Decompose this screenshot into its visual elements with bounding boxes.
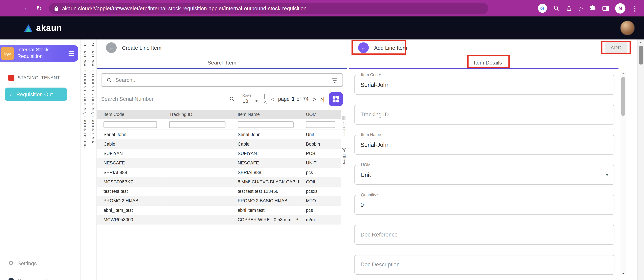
item-search-box[interactable] <box>101 73 343 87</box>
browser-back-button[interactable]: ← <box>6 5 15 12</box>
extensions-puzzle-icon[interactable] <box>590 5 596 12</box>
table-row[interactable]: test test test test test test 123456 pcs… <box>97 186 341 196</box>
field-placeholder: Doc Description <box>355 255 614 274</box>
sidebar-item-requisition-out[interactable]: › Requisition Out <box>5 88 67 101</box>
list-controls-row: Rows 10 ▾ |< < page 1 of 74 > <box>101 92 343 107</box>
tab-indicator <box>349 68 618 69</box>
table-row[interactable]: MCSC006BKZ 6 MM² CU/PVC BLACK CABLE 1...… <box>97 177 341 186</box>
doc-reference-field[interactable]: Doc Reference <box>354 225 614 245</box>
table-row[interactable]: SUFIYAN SUFIYAN PCS <box>97 148 341 158</box>
vertical-tab-label: INTERNAL OUTBOUND STOCK REQUISITION LIST… <box>83 50 86 148</box>
applet-button[interactable]: logo Internal Stock Requisition <box>0 45 78 62</box>
table-row[interactable]: MCWR053000 COPPER WIRE - 0.53 mm - Pro..… <box>97 215 341 224</box>
browser-reload-button[interactable]: ↻ <box>34 4 44 12</box>
item-search-input[interactable] <box>116 77 329 83</box>
vertical-tab-create[interactable]: 2 INTERNAL OUTBOUND STOCK REQUISITION CR… <box>89 40 97 280</box>
page-scrollbar-up-arrow[interactable]: ▲ <box>638 40 644 44</box>
table-row[interactable]: abhi_item_test abhi item test pcs <box>97 205 341 215</box>
cell-tracking-id <box>163 215 231 224</box>
vertical-tab-listing[interactable]: 1 INTERNAL OUTBOUND STOCK REQUISITION LI… <box>80 40 89 280</box>
panel-scrollbar[interactable]: ▲ ▼ <box>620 72 626 275</box>
page-scrollbar-thumb[interactable] <box>639 46 643 65</box>
table-filter-row <box>97 119 341 130</box>
cell-uom: pcs <box>300 167 341 177</box>
filters-toggle[interactable]: Filters <box>342 148 346 164</box>
prev-page-button[interactable]: < <box>271 96 274 102</box>
last-page-button[interactable]: >| <box>320 96 324 102</box>
caret-down-icon[interactable]: ▾ <box>606 165 608 184</box>
quantity-field[interactable]: Quantity* 0 <box>354 195 614 215</box>
table-row[interactable]: SERIAL888 SERIAL888 pcs <box>97 167 341 177</box>
first-page-button[interactable]: |< <box>264 93 266 105</box>
sidebar-item-settings[interactable]: ⚙ Settings <box>8 259 37 267</box>
browser-forward-button[interactable]: → <box>20 5 29 12</box>
column-header-item-name[interactable]: Item Name <box>231 110 299 119</box>
address-bar[interactable]: akaun.cloud/#/applet/tnt/wavelet/erp/int… <box>49 3 488 14</box>
column-filter-input-tracking-id[interactable] <box>169 121 225 128</box>
field-value: Unit <box>355 165 614 184</box>
cell-uom: Bobbin <box>300 139 341 148</box>
field-value: 0 <box>355 195 614 214</box>
cell-uom: COIL <box>300 177 341 186</box>
of-label: of <box>296 96 301 102</box>
doc-description-field[interactable]: Doc Description <box>354 255 614 275</box>
item-details-form: Item Code* Serial-John Tracking ID Item … <box>349 69 614 275</box>
column-filter-input-uom[interactable] <box>306 121 335 128</box>
google-icon[interactable]: G <box>538 4 547 13</box>
column-header-tracking-id[interactable]: Tracking ID <box>163 110 231 119</box>
tab-search-item[interactable]: Search Item <box>97 56 347 69</box>
add-button[interactable]: ADD <box>605 42 628 53</box>
cell-item-name: COPPER WIRE - 0.53 mm - Pro... <box>231 215 299 224</box>
table-row[interactable]: Cable Cable Bobbin <box>97 139 341 148</box>
columns-label: Columns <box>342 122 346 136</box>
tracking-id-field[interactable]: Tracking ID <box>354 105 614 125</box>
scrollbar-thumb[interactable] <box>621 77 625 116</box>
scrollbar-down-arrow[interactable]: ▼ <box>620 272 626 275</box>
scrollbar-up-arrow[interactable]: ▲ <box>620 72 626 74</box>
page-scrollbar[interactable]: ▲ <box>637 40 644 280</box>
rows-per-page-select[interactable]: 10 ▾ <box>242 97 258 105</box>
cell-uom: pcsxs <box>300 186 341 196</box>
cell-item-name: Cable <box>231 139 299 148</box>
table-row[interactable]: PROMO 2 HIJAB PROMO 2 BASIC HIJAB MTO <box>97 196 341 205</box>
search-icon <box>106 77 112 83</box>
grid-view-button[interactable] <box>329 92 343 106</box>
side-panel-icon[interactable] <box>602 6 609 11</box>
bookmark-star-icon[interactable]: ☆ <box>578 5 584 12</box>
search-icon[interactable] <box>553 5 560 12</box>
brand-logo[interactable]: akaun <box>24 23 62 33</box>
browser-menu-icon[interactable]: ⋮ <box>632 4 638 12</box>
filter-list-icon[interactable] <box>332 77 338 82</box>
uom-field[interactable]: UOM Unit ▾ <box>354 165 614 185</box>
column-header-item-code[interactable]: Item Code <box>97 110 163 119</box>
field-placeholder: Doc Reference <box>355 225 614 244</box>
table-row[interactable]: Serial-John Serial-John Unit <box>97 130 341 139</box>
share-icon[interactable] <box>566 5 572 12</box>
user-avatar[interactable] <box>620 21 635 35</box>
column-header-uom[interactable]: UOM <box>300 110 341 119</box>
column-filter-input-item-code[interactable] <box>104 121 157 128</box>
sidebar-item-personalization[interactable]: Personalization <box>8 277 54 280</box>
browser-profile-avatar[interactable]: N <box>615 3 626 13</box>
back-button[interactable]: ← <box>106 42 117 53</box>
next-page-button[interactable]: > <box>313 96 316 102</box>
tab-item-details[interactable]: Item Details <box>349 56 627 69</box>
back-button[interactable]: ← <box>358 42 369 53</box>
cell-tracking-id <box>163 177 231 186</box>
serial-search-input[interactable] <box>101 96 229 102</box>
item-code-field[interactable]: Item Code* Serial-John <box>354 75 614 95</box>
sidebar: logo Internal Stock Requisition STAGING_… <box>0 40 72 280</box>
applet-title: Internal Stock Requisition <box>17 47 57 60</box>
serial-search-icon[interactable] <box>229 96 235 102</box>
cell-tracking-id <box>163 130 231 139</box>
sidebar-collapse-icon[interactable] <box>68 51 74 56</box>
table-row[interactable]: NESCAFE NESCAFE UNIT <box>97 158 341 167</box>
cell-item-name: abhi item test <box>231 205 299 215</box>
serial-search-box[interactable] <box>101 93 235 105</box>
column-filter-input-item-name[interactable] <box>238 121 294 128</box>
rows-value: 10 <box>243 98 248 104</box>
item-name-field[interactable]: Item Name Serial-John <box>354 135 614 155</box>
columns-toggle[interactable]: Columns <box>342 116 346 136</box>
settings-label: Settings <box>18 260 37 266</box>
cell-item-code: Cable <box>97 139 163 148</box>
